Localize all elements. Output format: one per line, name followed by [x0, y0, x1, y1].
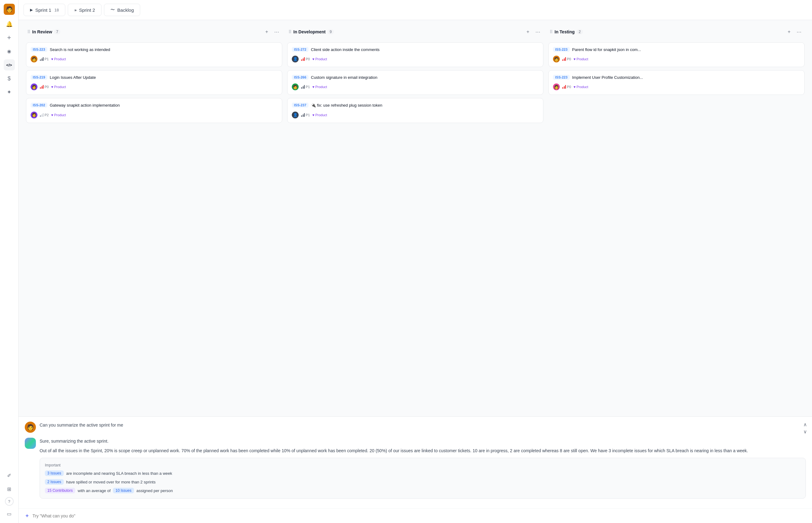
- pen-tool-icon[interactable]: ✐: [4, 470, 15, 481]
- issue-title: Search is not working as intended: [50, 47, 110, 53]
- important-row-3: 15 Contributors with an average of 10 Is…: [45, 488, 800, 493]
- sprint2-tab[interactable]: » Sprint 2: [68, 4, 102, 16]
- label-text: Product: [54, 85, 66, 89]
- scroll-down-button[interactable]: ∨: [804, 429, 807, 435]
- label-badge: ♥ Product: [312, 113, 327, 117]
- label-icon: ♥: [573, 57, 575, 61]
- priority-label: P2: [45, 113, 49, 117]
- chat-input[interactable]: [33, 513, 806, 518]
- issue-card[interactable]: ISS-223 Search is not working as intende…: [26, 42, 282, 67]
- chat-message-ai: Sure, summarizing the active sprint. Out…: [25, 438, 806, 499]
- user-avatar[interactable]: 🧑: [4, 4, 15, 15]
- sidebar: 🧑 🔔 + ◉ </> $ ✦ ✐ ⊞ ? ▭: [0, 0, 19, 523]
- priority-badge: P0: [562, 57, 571, 61]
- col-in-development-count: 9: [327, 29, 334, 34]
- label-text: Product: [54, 57, 66, 61]
- important-row-3-text-1: with an average of: [78, 488, 110, 493]
- issue-card[interactable]: ISS-266 Custom signature in email integr…: [287, 70, 543, 95]
- label-text: Product: [315, 113, 327, 117]
- badge-3-issues: 3 Issues: [45, 470, 64, 476]
- lightning-icon[interactable]: ✦: [4, 87, 15, 98]
- add-icon[interactable]: +: [4, 32, 15, 43]
- issue-card[interactable]: ISS-219 Login Issues After Update 👩: [26, 70, 282, 95]
- grid-icon[interactable]: ⊞: [4, 483, 15, 494]
- help-icon[interactable]: ?: [5, 497, 14, 506]
- label-icon: ♥: [51, 85, 53, 89]
- label-icon: ♥: [312, 57, 314, 61]
- avatar: 🧑: [553, 56, 560, 62]
- avatar: 👩: [31, 112, 37, 119]
- col-in-development-header: ⠿ In Development 9 + ⋯: [287, 25, 543, 39]
- issue-card[interactable]: ISS-223 Implement User Profile Customiza…: [548, 70, 805, 95]
- ai-text-line-1: Sure, summarizing the active sprint.: [40, 438, 806, 445]
- issue-id: ISS-219: [31, 75, 47, 80]
- avatar: 👩: [31, 84, 37, 90]
- col-drag-handle[interactable]: ⠿: [27, 29, 30, 34]
- backlog-tab[interactable]: 〜 Backlog: [104, 4, 140, 16]
- issue-card[interactable]: ISS-237 🔌 fix: use refreshed plug sessio…: [287, 98, 543, 123]
- col-drag-handle[interactable]: ⠿: [550, 29, 553, 34]
- col-in-review-actions: + ⋯: [262, 28, 281, 36]
- ai-message-content: Sure, summarizing the active sprint. Out…: [40, 438, 806, 499]
- col-add-button[interactable]: +: [262, 28, 271, 36]
- col-in-testing: ⠿ In Testing 2 + ⋯ ISS-223 Parent flow i…: [546, 25, 807, 139]
- label-icon: ♥: [312, 85, 314, 89]
- issue-title: Login Issues After Update: [50, 75, 96, 80]
- priority-label: P0: [306, 57, 310, 61]
- sprint-tabs: ▶ Sprint 1 18 » Sprint 2 〜 Backlog: [19, 0, 812, 20]
- col-menu-button[interactable]: ⋯: [795, 28, 804, 36]
- main-content: ▶ Sprint 1 18 » Sprint 2 〜 Backlog ⠿ In …: [19, 0, 812, 523]
- col-in-review-title: In Review: [32, 29, 52, 34]
- scroll-up-button[interactable]: ∧: [804, 421, 807, 428]
- chat-messages: 🧑 Can you summarize the active sprint fo…: [19, 417, 812, 508]
- priority-label: P0: [567, 57, 571, 61]
- issue-card[interactable]: ISS-223 Parent flow id for snapkit json …: [548, 42, 805, 67]
- col-in-review: ⠿ In Review 7 + ⋯ ISS-223 Search is not …: [23, 25, 285, 139]
- priority-label: P0: [45, 85, 49, 89]
- avatar: 👤: [292, 56, 299, 62]
- code-icon[interactable]: </>: [4, 59, 15, 71]
- ai-message-text: Sure, summarizing the active sprint. Out…: [40, 438, 806, 454]
- user-message-text: Can you summarize the active sprint for …: [40, 421, 806, 428]
- sprint2-label: Sprint 2: [79, 7, 95, 13]
- issue-id: ISS-223: [553, 75, 570, 80]
- chat-message-user: 🧑 Can you summarize the active sprint fo…: [25, 421, 806, 433]
- label-icon: ♥: [312, 113, 314, 117]
- issue-title: Custom signature in email integration: [311, 75, 378, 80]
- issue-card[interactable]: ISS-202 Gateway snapkit action implement…: [26, 98, 282, 123]
- label-text: Product: [576, 85, 588, 89]
- sidebar-toggle-icon[interactable]: ▭: [4, 508, 15, 519]
- issue-card[interactable]: ISS-272 Client side action inside the co…: [287, 42, 543, 67]
- avatar: 🧑: [292, 84, 299, 90]
- backlog-icon: 〜: [110, 7, 115, 13]
- issue-title: 🔌 fix: use refreshed plug session token: [311, 103, 382, 108]
- col-menu-button[interactable]: ⋯: [272, 28, 281, 36]
- important-box: Important 3 Issues are incomplete and ne…: [40, 458, 806, 499]
- important-row-1: 3 Issues are incomplete and nearing SLA …: [45, 470, 800, 476]
- sprint1-tab[interactable]: ▶ Sprint 1 18: [23, 4, 65, 16]
- notification-icon[interactable]: 🔔: [4, 19, 15, 30]
- avatar: 🧑: [31, 56, 37, 62]
- label-badge: ♥ Product: [51, 113, 66, 117]
- issue-id: ISS-223: [553, 47, 570, 52]
- col-menu-button[interactable]: ⋯: [534, 28, 542, 36]
- label-text: Product: [576, 57, 588, 61]
- col-drag-handle[interactable]: ⠿: [289, 29, 292, 34]
- col-add-button[interactable]: +: [523, 28, 532, 36]
- col-in-testing-header: ⠿ In Testing 2 + ⋯: [548, 25, 805, 39]
- label-text: Product: [315, 57, 327, 61]
- ai-chat-avatar: [25, 438, 36, 449]
- issue-title: Client side action inside the comments: [311, 47, 380, 53]
- priority-badge: P1: [40, 57, 49, 61]
- important-row-2: 2 Issues have spilled or moved over for …: [45, 479, 800, 485]
- headphone-icon[interactable]: ◉: [4, 46, 15, 57]
- col-add-button[interactable]: +: [785, 28, 793, 36]
- dollar-icon[interactable]: $: [4, 73, 15, 84]
- badge-15-contributors: 15 Contributors: [45, 488, 75, 493]
- label-icon: ♥: [51, 113, 53, 117]
- priority-badge: P0: [40, 85, 49, 89]
- col-in-review-count: 7: [54, 29, 61, 34]
- badge-10-issues: 10 Issues: [113, 488, 134, 493]
- col-in-testing-title: In Testing: [555, 29, 575, 34]
- priority-badge: P0: [301, 57, 310, 61]
